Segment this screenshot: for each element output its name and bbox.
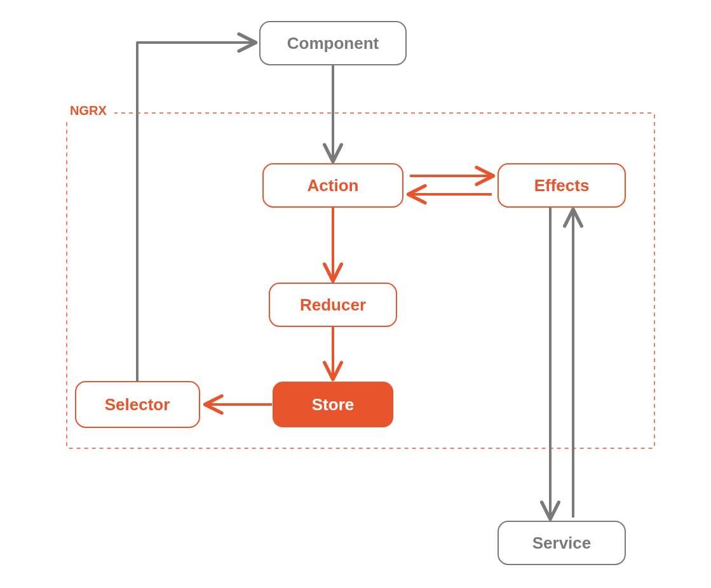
node-service-label: Service bbox=[532, 533, 592, 552]
ngrx-group-label: NGRX bbox=[70, 104, 107, 117]
edge-selector-to-component bbox=[137, 43, 254, 382]
node-action-label: Action bbox=[308, 176, 359, 195]
ngrx-architecture-diagram: NGRX Component Action Effects Reducer St… bbox=[0, 0, 711, 588]
node-component-label: Component bbox=[287, 34, 379, 53]
node-store-label: Store bbox=[312, 395, 354, 414]
node-component: Component bbox=[260, 22, 406, 65]
node-selector-label: Selector bbox=[105, 395, 170, 414]
node-reducer: Reducer bbox=[269, 283, 396, 326]
node-reducer-label: Reducer bbox=[300, 295, 366, 314]
node-effects: Effects bbox=[498, 164, 625, 207]
node-effects-label: Effects bbox=[534, 176, 590, 195]
node-store: Store bbox=[273, 382, 393, 427]
node-action: Action bbox=[263, 164, 403, 207]
node-selector: Selector bbox=[76, 382, 200, 427]
node-service: Service bbox=[498, 521, 625, 565]
